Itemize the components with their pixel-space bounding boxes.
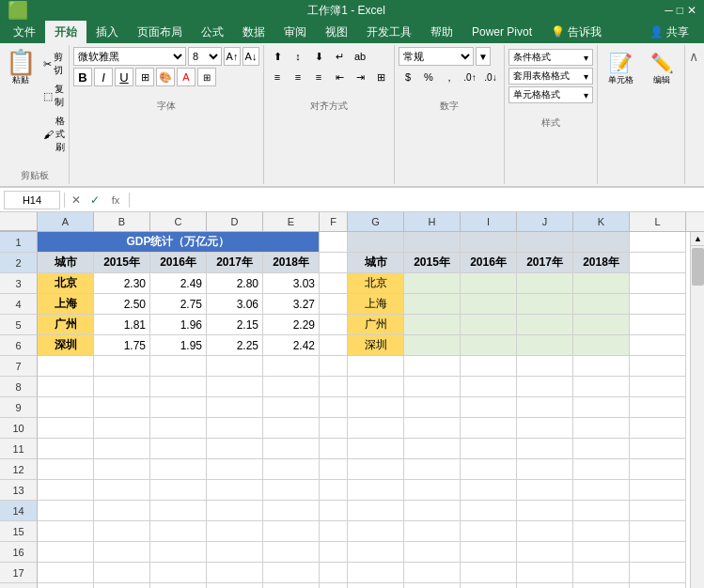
cell-c6[interactable]: 1.95	[150, 335, 207, 356]
cell-b3[interactable]: 2.30	[94, 273, 150, 294]
cell-b18[interactable]	[94, 583, 150, 588]
align-bottom-btn[interactable]: ⬇	[309, 47, 328, 66]
cell-j15[interactable]	[517, 521, 573, 542]
cell-e2[interactable]: 2018年	[263, 253, 320, 273]
cell-k14[interactable]	[573, 501, 630, 521]
cell-l2[interactable]	[630, 253, 686, 273]
cell-b9[interactable]	[94, 397, 150, 418]
cell-b4[interactable]: 2.50	[94, 294, 150, 315]
cell-a14[interactable]	[38, 501, 94, 521]
cell-g2[interactable]: 城市	[348, 253, 404, 273]
tab-file[interactable]: 文件	[4, 21, 45, 43]
cell-g12[interactable]	[348, 459, 404, 480]
cell-g3[interactable]: 北京	[348, 273, 404, 294]
cell-b13[interactable]	[94, 480, 150, 501]
cell-l5[interactable]	[630, 315, 686, 335]
align-right-btn[interactable]: ≡	[309, 68, 328, 86]
cell-h1[interactable]	[404, 232, 461, 253]
cell-j9[interactable]	[517, 397, 573, 418]
cell-j7[interactable]	[517, 356, 573, 377]
cell-h2[interactable]: 2015年	[404, 253, 461, 273]
cell-i8[interactable]	[461, 377, 517, 397]
cancel-formula-btn[interactable]: ✕	[69, 193, 84, 208]
cell-b14[interactable]	[94, 501, 150, 521]
cell-l15[interactable]	[630, 521, 686, 542]
row-num-2[interactable]: 2	[0, 253, 38, 273]
cell-j17[interactable]	[517, 563, 573, 583]
row-num-10[interactable]: 10	[0, 418, 38, 439]
cell-i9[interactable]	[461, 397, 517, 418]
scrollbar-thumb[interactable]	[692, 248, 704, 286]
cell-h14[interactable]	[404, 501, 461, 521]
cell-e3[interactable]: 3.03	[263, 273, 320, 294]
cell-l12[interactable]	[630, 459, 686, 480]
cell-k6[interactable]	[573, 335, 630, 356]
cell-d3[interactable]: 2.80	[207, 273, 263, 294]
cell-k3[interactable]	[573, 273, 630, 294]
cell-a16[interactable]	[38, 542, 94, 563]
row-num-7[interactable]: 7	[0, 356, 38, 377]
cell-k8[interactable]	[573, 377, 630, 397]
cell-i6[interactable]	[461, 335, 517, 356]
cell-a17[interactable]	[38, 563, 94, 583]
cell-j18[interactable]	[517, 583, 573, 588]
cell-a9[interactable]	[38, 397, 94, 418]
row-num-5[interactable]: 5	[0, 315, 38, 335]
row-num-4[interactable]: 4	[0, 294, 38, 315]
cell-l14[interactable]	[630, 501, 686, 521]
tab-data[interactable]: 数据	[233, 21, 274, 43]
col-header-j[interactable]: J	[517, 212, 573, 231]
font-name-select[interactable]: 微软雅黑	[73, 47, 186, 66]
cell-e7[interactable]	[263, 356, 320, 377]
cell-f9[interactable]	[320, 397, 348, 418]
ribbon-collapse-btn[interactable]: ∧	[685, 45, 702, 68]
italic-btn[interactable]: I	[94, 68, 113, 86]
col-header-k[interactable]: K	[573, 212, 630, 231]
cell-i1[interactable]	[461, 232, 517, 253]
cell-f3[interactable]	[320, 273, 348, 294]
cell-i7[interactable]	[461, 356, 517, 377]
row-num-16[interactable]: 16	[0, 542, 38, 563]
cell-f2[interactable]	[320, 253, 348, 273]
edit-btn[interactable]: ✏️ 编辑	[643, 49, 681, 89]
copy-btn[interactable]: ⬚复制	[39, 81, 69, 111]
cell-h18[interactable]	[404, 583, 461, 588]
cell-a12[interactable]	[38, 459, 94, 480]
row-num-9[interactable]: 9	[0, 397, 38, 418]
cell-i16[interactable]	[461, 542, 517, 563]
maximize-btn[interactable]: □	[677, 4, 683, 17]
format-painter-btn[interactable]: 🖌格式刷	[39, 113, 69, 156]
cell-c8[interactable]	[150, 377, 207, 397]
cell-c7[interactable]	[150, 356, 207, 377]
cell-d4[interactable]: 3.06	[207, 294, 263, 315]
cell-h4[interactable]	[404, 294, 461, 315]
cell-h11[interactable]	[404, 439, 461, 459]
cell-j5[interactable]	[517, 315, 573, 335]
vertical-scrollbar[interactable]: ▲ ▼	[690, 232, 704, 588]
cell-d18[interactable]	[207, 583, 263, 588]
cell-e4[interactable]: 3.27	[263, 294, 320, 315]
cell-a10[interactable]	[38, 418, 94, 439]
row-num-17[interactable]: 17	[0, 563, 38, 583]
currency-btn[interactable]: $	[399, 68, 417, 86]
tab-share[interactable]: 👤 共享	[638, 21, 700, 43]
cell-e18[interactable]	[263, 583, 320, 588]
number-format-select[interactable]: 常规	[399, 47, 474, 66]
cell-c15[interactable]	[150, 521, 207, 542]
cell-b11[interactable]	[94, 439, 150, 459]
cell-g1[interactable]	[348, 232, 404, 253]
align-middle-btn[interactable]: ↕	[289, 47, 307, 66]
cell-g4[interactable]: 上海	[348, 294, 404, 315]
cell-d9[interactable]	[207, 397, 263, 418]
cell-h7[interactable]	[404, 356, 461, 377]
tab-developer[interactable]: 开发工具	[357, 21, 421, 43]
confirm-formula-btn[interactable]: ✓	[87, 193, 102, 208]
cell-c11[interactable]	[150, 439, 207, 459]
tab-home[interactable]: 开始	[45, 21, 86, 43]
cell-b15[interactable]	[94, 521, 150, 542]
cell-b16[interactable]	[94, 542, 150, 563]
cell-f7[interactable]	[320, 356, 348, 377]
cell-d5[interactable]: 2.15	[207, 315, 263, 335]
cell-i15[interactable]	[461, 521, 517, 542]
cell-e12[interactable]	[263, 459, 320, 480]
